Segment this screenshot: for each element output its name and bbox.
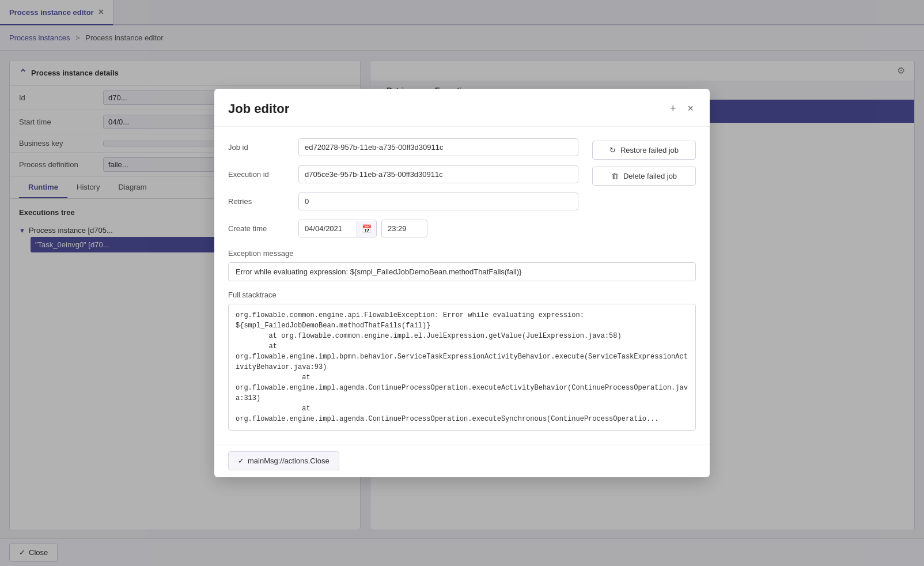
- form-input-jobid[interactable]: [298, 138, 578, 156]
- form-row-retries: Retries: [228, 193, 578, 210]
- delete-icon: 🗑: [611, 172, 619, 180]
- date-input-group: 📅: [298, 220, 578, 237]
- modal-title: Job editor: [228, 101, 289, 116]
- modal-form-left: Job id Execution id Retries Create time: [228, 138, 578, 247]
- form-input-retries[interactable]: [298, 193, 578, 210]
- modal-footer: ✓ mainMsg://actions.Close: [214, 444, 710, 477]
- calendar-icon[interactable]: 📅: [357, 221, 376, 237]
- date-field: 📅: [298, 220, 377, 237]
- modal-body: Job id Execution id Retries Create time: [214, 127, 710, 444]
- exception-input[interactable]: [228, 262, 696, 281]
- form-row-jobid: Job id: [228, 138, 578, 156]
- exception-label: Exception message: [228, 249, 696, 258]
- date-input[interactable]: [299, 220, 357, 237]
- modal-overlay: Job editor + × Job id Execution id: [0, 0, 924, 566]
- time-input[interactable]: [381, 220, 427, 237]
- restore-failed-job-button[interactable]: ↻ Restore failed job: [592, 141, 696, 160]
- restore-label: Restore failed job: [620, 146, 679, 154]
- modal-job-editor: Job editor + × Job id Execution id: [214, 89, 710, 477]
- delete-label: Delete failed job: [623, 172, 677, 180]
- footer-check-icon: ✓: [238, 456, 244, 465]
- form-label-jobid: Job id: [228, 143, 291, 152]
- stacktrace-section: Full stacktrace: [228, 290, 696, 432]
- form-row-createtime: Create time 📅: [228, 220, 578, 237]
- footer-close-label: mainMsg://actions.Close: [248, 456, 330, 465]
- exception-section: Exception message: [228, 249, 696, 281]
- modal-close-button[interactable]: ×: [685, 100, 696, 117]
- form-label-executionid: Execution id: [228, 170, 291, 179]
- stacktrace-label: Full stacktrace: [228, 290, 696, 299]
- form-label-createtime: Create time: [228, 224, 291, 233]
- modal-header-actions: + ×: [668, 100, 696, 117]
- delete-failed-job-button[interactable]: 🗑 Delete failed job: [592, 167, 696, 186]
- form-label-retries: Retries: [228, 197, 291, 206]
- modal-header: Job editor + ×: [214, 89, 710, 127]
- footer-close-button[interactable]: ✓ mainMsg://actions.Close: [228, 451, 339, 470]
- stacktrace-textarea[interactable]: [228, 304, 696, 431]
- modal-plus-button[interactable]: +: [668, 100, 679, 117]
- restore-icon: ↻: [609, 146, 616, 154]
- modal-form: Job id Execution id Retries Create time: [228, 138, 696, 247]
- form-input-executionid[interactable]: [298, 165, 578, 183]
- modal-form-right: ↻ Restore failed job 🗑 Delete failed job: [592, 138, 696, 247]
- form-row-executionid: Execution id: [228, 165, 578, 183]
